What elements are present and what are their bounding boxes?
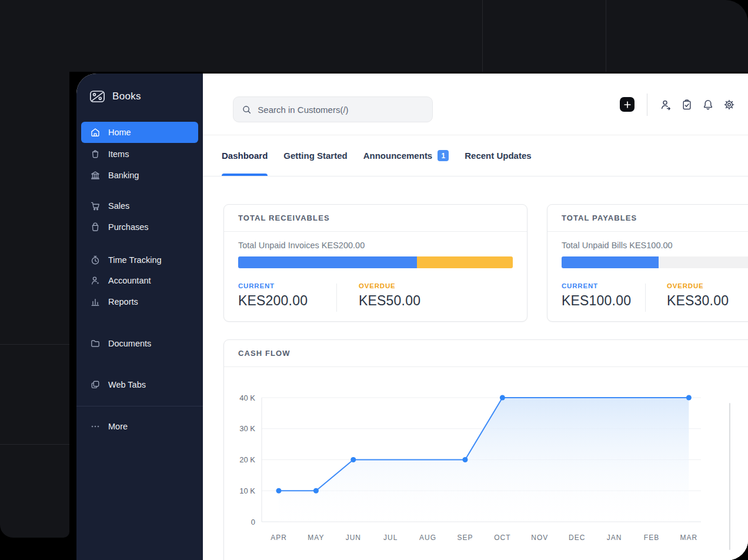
sidebar-item-items[interactable]: Items <box>81 144 198 165</box>
settings-button[interactable] <box>723 99 735 111</box>
backdrop-divider <box>0 344 69 345</box>
unpaid-invoices-text: Total Unpaid Invoices KES200.00 <box>238 241 513 250</box>
svg-text:10 K: 10 K <box>239 486 255 495</box>
announcements-badge: 1 <box>438 150 449 161</box>
gear-icon <box>723 99 735 111</box>
tab-dashboard[interactable]: Dashboard <box>222 135 268 176</box>
backdrop-panel-top <box>0 0 748 72</box>
svg-text:FEB: FEB <box>644 534 659 542</box>
tab-label: Dashboard <box>222 151 268 161</box>
vertical-scrollbar[interactable] <box>729 403 730 550</box>
backdrop-divider <box>0 444 69 445</box>
sidebar-item-label: Accountant <box>108 276 151 285</box>
sidebar-divider <box>76 406 203 406</box>
svg-text:MAR: MAR <box>680 534 698 542</box>
sidebar-item-label: More <box>108 422 128 431</box>
svg-text:NOV: NOV <box>531 534 548 542</box>
payables-progress-bar <box>562 256 748 268</box>
folder-icon <box>90 338 101 349</box>
svg-text:MAY: MAY <box>308 534 324 542</box>
sidebar-item-home[interactable]: Home <box>81 122 198 143</box>
sidebar-item-label: Time Tracking <box>108 255 162 265</box>
bell-icon <box>702 99 714 111</box>
topbar <box>203 74 748 135</box>
overdue-value: KES30.00 <box>667 293 729 309</box>
backdrop-panel-left <box>0 0 69 538</box>
sidebar-item-accountant[interactable]: Accountant <box>81 270 198 291</box>
current-label: CURRENT <box>562 282 631 289</box>
svg-text:30 K: 30 K <box>239 424 255 433</box>
sidebar-item-label: Documents <box>108 339 151 348</box>
tab-recent-updates[interactable]: Recent Updates <box>465 135 531 176</box>
plus-icon <box>624 101 631 108</box>
referrals-icon <box>660 99 672 111</box>
card-title: CASH FLOW <box>238 349 290 358</box>
referrals-button[interactable] <box>660 99 672 111</box>
overdue-label: OVERDUE <box>667 282 729 289</box>
search-bar[interactable] <box>233 96 433 122</box>
backdrop-divider <box>482 0 483 72</box>
tab-label: Getting Started <box>283 151 347 161</box>
notifications-button[interactable] <box>702 99 714 111</box>
sidebar-item-more[interactable]: More <box>81 416 198 437</box>
sidebar-item-label: Sales <box>108 201 129 211</box>
cash-flow-card: CASH FLOW 010 K20 K30 K40 KAPRMAYJUNJULA… <box>223 339 748 560</box>
stopwatch-icon <box>90 255 101 265</box>
current-stat: CURRENT KES100.00 <box>562 282 631 309</box>
main-area: Dashboard Getting Started Announcements1… <box>203 74 748 560</box>
unpaid-bills-text: Total Unpaid Bills KES100.00 <box>562 241 748 250</box>
tasks-button[interactable] <box>681 99 693 111</box>
svg-text:40 K: 40 K <box>239 394 255 402</box>
screen: Books Home Items Banking Sales Purchases <box>0 0 748 560</box>
sidebar-item-banking[interactable]: Banking <box>81 165 198 186</box>
topbar-actions <box>620 74 740 135</box>
accountant-icon <box>90 275 101 286</box>
app-window: Books Home Items Banking Sales Purchases <box>76 74 748 560</box>
svg-text:20 K: 20 K <box>239 455 255 464</box>
progress-overdue-segment <box>417 256 513 268</box>
sidebar-item-purchases[interactable]: Purchases <box>81 216 198 238</box>
tab-getting-started[interactable]: Getting Started <box>283 135 347 176</box>
items-icon <box>90 149 101 159</box>
search-input[interactable] <box>258 105 424 115</box>
card-header: TOTAL PAYABLES <box>547 205 748 232</box>
cart-icon <box>90 201 101 211</box>
home-icon <box>90 127 101 138</box>
total-receivables-card: TOTAL RECEIVABLES Total Unpaid Invoices … <box>223 204 527 322</box>
overdue-stat: OVERDUE KES50.00 <box>359 282 420 309</box>
svg-text:JAN: JAN <box>607 534 622 542</box>
overdue-stat: OVERDUE KES30.00 <box>667 282 729 309</box>
card-title: TOTAL PAYABLES <box>562 214 637 222</box>
cash-flow-chart: 010 K20 K30 K40 KAPRMAYJUNJULAUGSEPOCTNO… <box>224 392 713 554</box>
sidebar-item-label: Home <box>108 128 131 137</box>
sidebar-item-web-tabs[interactable]: Web Tabs <box>81 374 198 395</box>
sidebar-item-label: Reports <box>108 297 138 306</box>
svg-text:AUG: AUG <box>419 534 436 542</box>
quick-create-button[interactable] <box>620 97 635 112</box>
books-logo-icon <box>89 89 105 104</box>
sidebar-item-documents[interactable]: Documents <box>81 333 198 354</box>
topbar-divider <box>647 94 647 116</box>
progress-current-segment <box>562 256 659 268</box>
card-header: TOTAL RECEIVABLES <box>224 205 527 232</box>
tab-announcements[interactable]: Announcements1 <box>363 135 449 176</box>
bank-icon <box>90 170 101 181</box>
sidebar-item-sales[interactable]: Sales <box>81 195 198 216</box>
svg-text:JUL: JUL <box>383 534 398 542</box>
total-payables-card: TOTAL PAYABLES Total Unpaid Bills KES100… <box>547 204 748 322</box>
progress-track <box>659 256 748 268</box>
svg-text:APR: APR <box>271 534 287 542</box>
stat-divider <box>645 284 646 312</box>
tab-label: Recent Updates <box>465 151 531 161</box>
ellipsis-icon <box>90 421 101 432</box>
sidebar-item-time-tracking[interactable]: Time Tracking <box>81 249 198 271</box>
sidebar-item-reports[interactable]: Reports <box>81 291 198 312</box>
app-logo: Books <box>89 89 141 104</box>
card-title: TOTAL RECEIVABLES <box>238 214 330 222</box>
overdue-label: OVERDUE <box>359 282 420 289</box>
overdue-value: KES50.00 <box>359 293 420 309</box>
dashboard-tabs: Dashboard Getting Started Announcements1… <box>203 135 748 176</box>
tab-label: Announcements <box>363 151 433 161</box>
clipboard-check-icon <box>681 99 693 111</box>
sidebar-item-label: Web Tabs <box>108 380 146 389</box>
